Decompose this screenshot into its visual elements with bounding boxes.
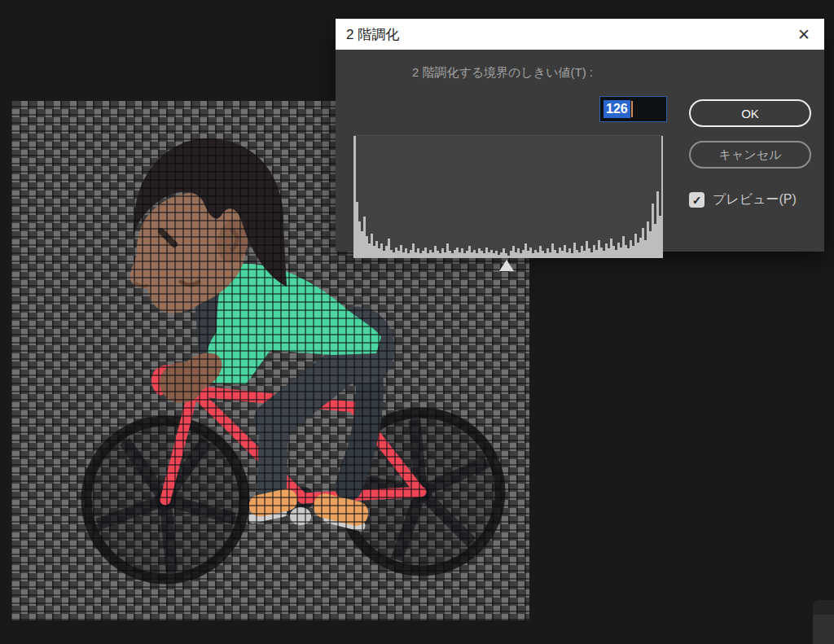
histogram-baseline — [353, 256, 663, 258]
close-icon[interactable]: ✕ — [793, 24, 814, 45]
histogram-bars — [353, 136, 663, 258]
threshold-label: 2 階調化する境界のしきい値(T) : — [360, 65, 593, 81]
ok-button[interactable]: OK — [689, 99, 811, 127]
panel-corner — [813, 600, 834, 644]
threshold-dialog: 2 階調化 ✕ 2 階調化する境界のしきい値(T) : 126 OK キャンセル… — [336, 19, 824, 252]
cancel-button[interactable]: キャンセル — [689, 141, 811, 169]
threshold-slider-handle[interactable] — [499, 260, 514, 271]
hand — [160, 362, 204, 403]
dialog-titlebar[interactable]: 2 階調化 ✕ — [336, 19, 824, 50]
threshold-input[interactable]: 126 — [599, 96, 667, 122]
pedal — [290, 507, 311, 525]
preview-label: プレビュー(P) — [713, 191, 797, 208]
histogram-panel — [353, 135, 663, 258]
dialog-body: 2 階調化する境界のしきい値(T) : 126 OK キャンセル ✓ プレビュー… — [336, 50, 824, 252]
dialog-title: 2 階調化 — [346, 25, 399, 44]
preview-row: ✓ プレビュー(P) — [689, 191, 797, 208]
text-caret — [631, 101, 633, 117]
panel-corner-header — [813, 600, 834, 615]
photoshop-workspace: 2 階調化 ✕ 2 階調化する境界のしきい値(T) : 126 OK キャンセル… — [0, 0, 834, 644]
preview-checkbox[interactable]: ✓ — [689, 192, 705, 208]
threshold-value-selected: 126 — [604, 100, 630, 118]
